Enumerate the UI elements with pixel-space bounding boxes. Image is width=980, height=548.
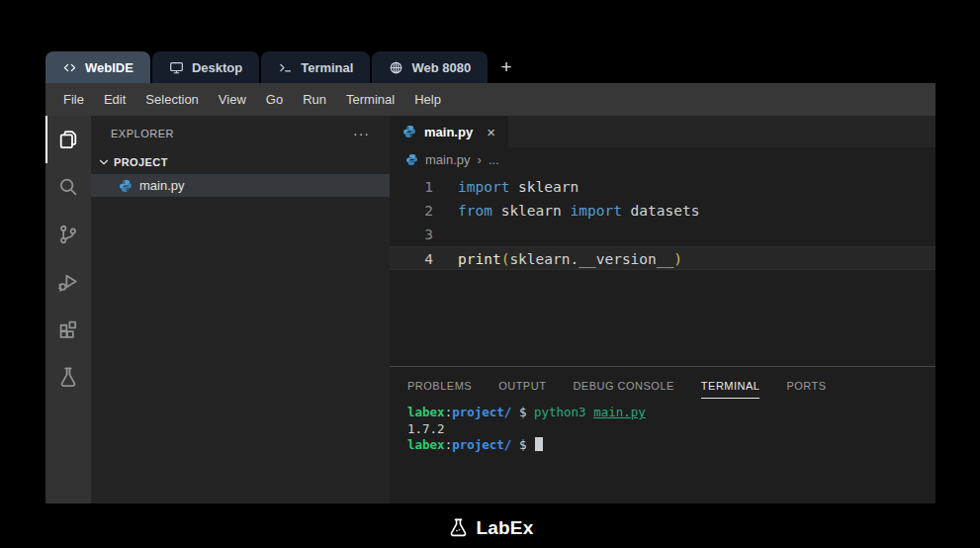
terminal-prompt-icon: [278, 60, 293, 75]
explorer-header: EXPLORER ···: [91, 116, 390, 150]
editor-group: main.py × main.py › ... 1 import sklearn…: [390, 116, 935, 503]
code-token: sklearn: [492, 203, 571, 219]
line-number: 2: [390, 199, 433, 223]
code-token: ): [673, 251, 682, 267]
panel-tab-terminal[interactable]: TERMINAL: [701, 370, 760, 399]
tree-section-project[interactable]: PROJECT: [91, 150, 390, 174]
code-token: from: [458, 203, 492, 219]
top-tab-label: WebIDE: [85, 60, 134, 75]
breadcrumb-separator: ›: [478, 152, 482, 167]
top-tab-desktop[interactable]: Desktop: [152, 51, 259, 83]
editor-tab-bar: main.py ×: [390, 116, 935, 147]
code-token: print: [458, 251, 501, 267]
close-icon[interactable]: ×: [487, 124, 495, 140]
prompt-dir: project/: [452, 437, 511, 452]
code-editor[interactable]: 1 import sklearn 2 from sklearn import d…: [390, 172, 935, 366]
menu-selection[interactable]: Selection: [135, 92, 208, 107]
top-tab-webide[interactable]: WebIDE: [45, 51, 150, 83]
terminal-line-output: 1.7.2: [407, 421, 935, 438]
labex-brand-text: LabEx: [476, 517, 533, 539]
terminal-line-prompt: labex:project/ $: [407, 437, 935, 454]
editor-tab-label: main.py: [424, 125, 473, 139]
bottom-panel: PROBLEMS OUTPUT DEBUG CONSOLE TERMINAL P…: [390, 366, 935, 503]
flask-icon: [57, 366, 79, 388]
extensions-icon: [57, 319, 79, 340]
new-tab-button[interactable]: +: [490, 51, 523, 83]
panel-tab-problems[interactable]: PROBLEMS: [407, 370, 472, 399]
run-debug-icon: [57, 271, 79, 293]
code-token: sklearn.__version__: [509, 251, 673, 267]
code-line-2: 2 from sklearn import datasets: [390, 199, 935, 223]
code-line-1: 1 import sklearn: [390, 175, 935, 199]
prompt-dollar: $: [511, 437, 534, 452]
files-icon: [57, 129, 79, 150]
top-tab-web-8080[interactable]: Web 8080: [372, 51, 488, 83]
code-token: import: [458, 179, 509, 195]
prompt-user: labex: [407, 405, 445, 419]
panel-tab-bar: PROBLEMS OUTPUT DEBUG CONSOLE TERMINAL P…: [390, 367, 935, 401]
code-line-3: 3: [390, 223, 935, 246]
chevron-down-icon: [97, 155, 111, 169]
labex-flask-icon: [446, 517, 469, 539]
git-branch-icon: [57, 224, 79, 245]
tree-item-label: main.py: [139, 178, 185, 193]
panel-tab-ports[interactable]: PORTS: [786, 370, 826, 399]
terminal-line-command: labex:project/ $ python3 main.py: [407, 405, 935, 421]
terminal-command-arg: main.py: [593, 405, 646, 419]
activity-run-debug[interactable]: [45, 258, 91, 306]
line-number: 1: [390, 175, 433, 199]
more-actions-icon[interactable]: ···: [353, 126, 370, 141]
menu-run[interactable]: Run: [293, 92, 336, 107]
menu-view[interactable]: View: [209, 92, 256, 107]
activity-bar: [45, 116, 91, 503]
menu-go[interactable]: Go: [256, 92, 293, 107]
desktop-icon: [169, 60, 184, 75]
activity-extensions[interactable]: [45, 306, 91, 353]
python-file-icon: [402, 125, 416, 138]
python-file-icon: [405, 153, 418, 166]
code-token: datasets: [622, 203, 700, 219]
tree-item-main-py[interactable]: main.py: [91, 174, 390, 197]
top-tab-label: Web 8080: [411, 60, 471, 75]
top-tab-bar: WebIDE Desktop Terminal Web 8080 +: [45, 51, 523, 83]
labex-brand: LabEx: [446, 517, 533, 539]
ide-window: File Edit Selection View Go Run Terminal…: [45, 83, 935, 503]
prompt-dir: project/: [452, 405, 511, 419]
menu-edit[interactable]: Edit: [94, 92, 135, 107]
activity-source-control[interactable]: [45, 211, 91, 258]
top-tab-label: Terminal: [301, 60, 353, 75]
activity-testing[interactable]: [45, 353, 91, 401]
code-token: sklearn: [509, 179, 579, 195]
prompt-user: labex: [407, 437, 445, 452]
editor-tab-main-py[interactable]: main.py ×: [390, 116, 508, 147]
terminal-command: python3: [534, 405, 593, 419]
line-number: 3: [390, 223, 433, 246]
code-token: import: [571, 203, 622, 219]
activity-explorer[interactable]: [45, 116, 91, 163]
search-icon: [57, 176, 79, 198]
code-icon: [62, 60, 77, 75]
activity-search[interactable]: [45, 163, 91, 211]
top-tab-label: Desktop: [192, 60, 242, 75]
panel-tab-debug-console[interactable]: DEBUG CONSOLE: [573, 370, 673, 399]
globe-icon: [389, 60, 403, 75]
menu-bar: File Edit Selection View Go Run Terminal…: [45, 83, 935, 116]
breadcrumb-file[interactable]: main.py: [425, 152, 471, 167]
breadcrumb: main.py › ...: [390, 147, 935, 172]
line-number: 4: [390, 247, 433, 269]
top-tab-terminal[interactable]: Terminal: [261, 51, 370, 83]
explorer-title: EXPLORER: [111, 128, 174, 139]
tree-section-label: PROJECT: [114, 156, 168, 168]
python-file-icon: [119, 179, 133, 193]
terminal-output[interactable]: labex:project/ $ python3 main.py 1.7.2 l…: [390, 401, 935, 503]
panel-tab-output[interactable]: OUTPUT: [498, 370, 546, 399]
menu-file[interactable]: File: [53, 92, 94, 107]
menu-terminal[interactable]: Terminal: [336, 92, 404, 107]
explorer-sidebar: EXPLORER ··· PROJECT main.py: [91, 116, 390, 503]
code-line-4-current: 4 print(sklearn.__version__): [390, 246, 935, 270]
breadcrumb-symbol[interactable]: ...: [489, 152, 499, 167]
prompt-dollar: $: [511, 405, 534, 419]
menu-help[interactable]: Help: [404, 92, 451, 107]
terminal-cursor: [535, 437, 543, 451]
